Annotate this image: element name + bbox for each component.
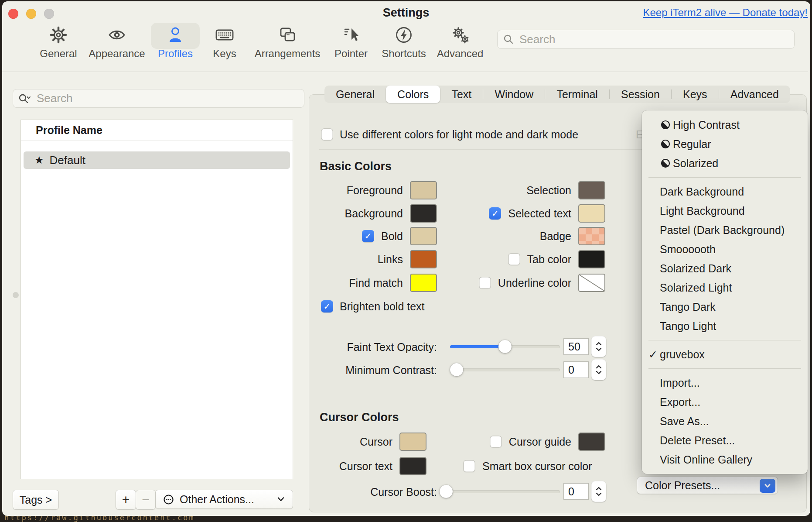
toolbar-item-shortcuts[interactable]: Shortcuts [373, 25, 434, 60]
menu-item-dark-background[interactable]: Dark Background [642, 182, 808, 201]
selected-text-checkbox[interactable]: ✓ [489, 207, 501, 220]
menu-item-tango-light[interactable]: Tango Light [642, 316, 808, 336]
toolbar-item-appearance[interactable]: Appearance [86, 25, 147, 60]
menu-item-solarized-light[interactable]: Solarized Light [642, 278, 808, 297]
star-icon: ★ [34, 154, 44, 166]
menu-item-export[interactable]: Export... [642, 392, 808, 412]
ellipsis-circle-icon [163, 494, 174, 505]
cursor-text-color-well[interactable] [399, 457, 426, 475]
tab-color-well[interactable] [578, 250, 605, 268]
minimum-contrast-slider-knob[interactable] [450, 363, 463, 376]
menu-item-save-as[interactable]: Save As... [642, 412, 808, 431]
tab-advanced[interactable]: Advanced [719, 86, 790, 103]
tab-color-checkbox[interactable] [508, 253, 520, 265]
keyboard-icon [215, 25, 234, 45]
menu-item-gruvebox[interactable]: ✓ gruvebox [642, 345, 808, 364]
menu-item-solarized-dark[interactable]: Solarized Dark [642, 259, 808, 278]
selected-text-color-well[interactable] [578, 204, 605, 223]
splitter-handle-dot[interactable] [13, 292, 19, 298]
cursor-color-well[interactable] [399, 433, 426, 451]
links-color-well[interactable] [410, 250, 437, 268]
tab-general[interactable]: General [324, 86, 386, 103]
bolt-circle-icon [394, 25, 413, 45]
toolbar-item-pointer[interactable]: Pointer [321, 25, 382, 60]
menu-item-smoooooth[interactable]: Smoooooth [642, 240, 808, 259]
cursor-boost-stepper[interactable] [591, 481, 606, 502]
profiles-column-header: Profile Name [21, 120, 293, 141]
badge-color-well[interactable] [578, 227, 605, 245]
bold-checkbox[interactable]: ✓ [362, 230, 374, 242]
toolbar-item-keys[interactable]: Keys [194, 25, 255, 60]
cursor-guide-checkbox[interactable] [490, 436, 502, 448]
slider-track[interactable] [440, 490, 560, 493]
cursor-guide-color-well[interactable] [578, 433, 605, 451]
menu-divider [648, 340, 801, 340]
contrast-icon [660, 138, 673, 150]
underline-color-checkbox[interactable] [479, 277, 491, 289]
tab-keys[interactable]: Keys [672, 86, 719, 103]
profile-row-default[interactable]: ★ Default [24, 151, 290, 169]
bold-color-well[interactable] [410, 227, 437, 245]
menu-item-tango-dark[interactable]: Tango Dark [642, 297, 808, 316]
donate-link[interactable]: Keep iTerm2 alive — Donate today! [643, 7, 808, 19]
minimum-contrast-stepper[interactable] [591, 359, 606, 380]
menu-item-delete-preset[interactable]: Delete Preset... [642, 431, 808, 450]
slider-track[interactable] [450, 368, 560, 371]
toolbar-search-input[interactable] [519, 32, 789, 47]
menu-item-solarized[interactable]: Solarized [642, 154, 808, 173]
cursor-boost-slider[interactable] [440, 485, 560, 498]
selection-color-well[interactable] [578, 181, 605, 199]
other-actions-button[interactable]: Other Actions... [155, 490, 293, 509]
profile-tab-bar: General Colors Text Window Terminal Sess… [324, 86, 790, 103]
profile-search-field[interactable] [13, 89, 304, 108]
contrast-icon [660, 158, 673, 169]
color-presets-menu: High Contrast Regular Solarized Dark Bac… [642, 110, 808, 474]
stepper-down-icon [595, 347, 603, 352]
faint-opacity-slider-knob[interactable] [498, 340, 512, 353]
plus-icon: + [122, 492, 130, 507]
stepper-up-icon [595, 364, 603, 369]
light-dark-mode-checkbox[interactable] [321, 128, 333, 141]
cursor-text-row: Cursor text [339, 457, 426, 476]
remove-profile-button[interactable]: − [136, 490, 156, 510]
person-icon [166, 25, 185, 45]
tab-terminal[interactable]: Terminal [545, 86, 609, 103]
add-profile-button[interactable]: + [116, 490, 136, 510]
chevron-down-icon[interactable] [760, 479, 775, 493]
background-color-well[interactable] [410, 204, 437, 223]
color-presets-button[interactable]: Color Presets... [637, 477, 778, 494]
find-match-color-well[interactable] [410, 274, 437, 292]
contrast-icon [660, 119, 673, 130]
minimum-contrast-slider[interactable] [450, 363, 560, 376]
badge-row: Badge [540, 227, 605, 246]
menu-item-pastel-dark-background[interactable]: Pastel (Dark Background) [642, 220, 808, 240]
tab-window[interactable]: Window [483, 86, 545, 103]
minus-icon: − [142, 492, 150, 507]
menu-item-high-contrast[interactable]: High Contrast [642, 115, 808, 134]
toolbar-search-field[interactable] [497, 30, 795, 49]
tags-button[interactable]: Tags > [13, 490, 59, 510]
toolbar-item-advanced[interactable]: Advanced [430, 25, 491, 60]
tab-text[interactable]: Text [440, 86, 483, 103]
menu-item-visit-online-gallery[interactable]: Visit Online Gallery [642, 450, 808, 469]
profiles-table: Profile Name ★ Default [20, 120, 293, 479]
tab-session[interactable]: Session [610, 86, 671, 103]
menu-item-import[interactable]: Import... [642, 373, 808, 392]
menu-item-light-background[interactable]: Light Background [642, 201, 808, 220]
profile-search-input[interactable] [36, 91, 299, 106]
cursor-boost-slider-knob[interactable] [440, 485, 453, 498]
faint-opacity-stepper[interactable] [591, 336, 606, 357]
faint-opacity-value[interactable]: 50 [563, 338, 589, 355]
underline-color-well[interactable] [578, 274, 605, 292]
tab-colors[interactable]: Colors [386, 86, 440, 103]
menu-item-regular[interactable]: Regular [642, 134, 808, 154]
cursor-boost-value[interactable]: 0 [563, 483, 589, 500]
minimum-contrast-value[interactable]: 0 [563, 361, 589, 378]
faint-opacity-slider[interactable] [450, 340, 560, 353]
brighten-bold-checkbox[interactable]: ✓ [321, 300, 333, 313]
toolbar-item-general[interactable]: General [28, 25, 89, 60]
toolbar-item-arrangements[interactable]: Arrangements [257, 25, 318, 60]
smart-box-checkbox[interactable] [463, 460, 475, 472]
foreground-color-well[interactable] [410, 181, 437, 199]
stepper-down-icon [595, 492, 603, 497]
